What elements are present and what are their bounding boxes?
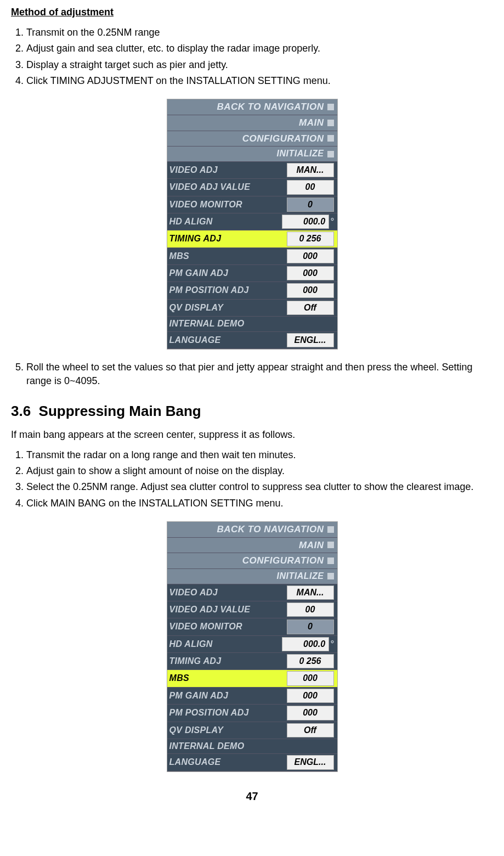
menu-row-value[interactable]: ENGL... xyxy=(287,333,334,347)
list-item: Transmit on the 0.25NM range xyxy=(26,26,493,40)
menu-row-value[interactable]: 000 xyxy=(287,689,334,703)
menu-row-label: HD ALIGN xyxy=(169,638,213,650)
menu-row-value[interactable]: 0 256 xyxy=(287,232,334,246)
menu-row-label: LANGUAGE xyxy=(169,334,221,346)
menu-header-main[interactable]: MAIN xyxy=(167,538,337,554)
menu-row[interactable]: QV DISPLAYOff xyxy=(167,300,337,317)
menu-row[interactable]: VIDEO MONITOR0 xyxy=(167,196,337,213)
menu-row-value[interactable]: 000 xyxy=(287,671,334,685)
menu-row-label: VIDEO MONITOR xyxy=(169,621,242,633)
menu-row-value[interactable]: MAN... xyxy=(287,163,334,177)
menu-row-label: INTERNAL DEMO xyxy=(169,740,334,752)
nav-arrow-icon xyxy=(327,542,334,548)
menu-row[interactable]: VIDEO ADJ VALUE00 xyxy=(167,179,337,196)
nav-arrow-icon xyxy=(327,557,334,564)
degree-symbol: ° xyxy=(330,216,333,228)
nav-arrow-icon xyxy=(327,120,334,126)
menu-row-label: INTERNAL DEMO xyxy=(169,318,334,330)
menu-row[interactable]: MBS000 xyxy=(167,670,337,687)
menu-row-label: MBS xyxy=(169,672,189,684)
menu-header-initialize[interactable]: INITIALIZE xyxy=(167,147,337,161)
ordered-list-1b: Roll the wheel to set the values so that… xyxy=(11,361,493,388)
ordered-list-2: Transmit the radar on a long range and t… xyxy=(11,448,493,510)
menu-row[interactable]: TIMING ADJ0 256 xyxy=(167,653,337,670)
menu-row[interactable]: HD ALIGN000.0° xyxy=(167,636,337,653)
menu-row[interactable]: VIDEO MONITOR0 xyxy=(167,618,337,635)
list-item: Click MAIN BANG on the INSTALLATION SETT… xyxy=(26,497,493,510)
ordered-list-1: Transmit on the 0.25NM range Adjust gain… xyxy=(11,26,493,88)
menu-row[interactable]: VIDEO ADJMAN... xyxy=(167,162,337,179)
menu-row-value: 0 xyxy=(287,620,334,634)
nav-arrow-icon xyxy=(327,135,334,142)
menu-row-value[interactable]: Off xyxy=(287,301,334,315)
nav-arrow-icon xyxy=(327,526,334,533)
degree-symbol: ° xyxy=(330,638,333,650)
list-item: Select the 0.25NM range. Adjust sea clut… xyxy=(26,480,493,494)
page-number: 47 xyxy=(11,789,493,804)
list-item: Adjust gain and sea clutter, etc. to dis… xyxy=(26,42,493,55)
menu-row[interactable]: TIMING ADJ0 256 xyxy=(167,230,337,247)
menu-row-label: PM POSITION ADJ xyxy=(169,284,249,296)
menu-row-value: 0 xyxy=(287,198,334,212)
menu-row[interactable]: PM GAIN ADJ000 xyxy=(167,265,337,282)
menu-row[interactable]: PM GAIN ADJ000 xyxy=(167,688,337,705)
menu-row-value[interactable]: 0 256 xyxy=(287,654,334,668)
list-item: Transmit the radar on a long range and t… xyxy=(26,448,493,462)
menu-row-label: HD ALIGN xyxy=(169,216,213,228)
menu-screenshot-2: BACK TO NAVIGATION MAIN CONFIGURATION IN… xyxy=(167,521,338,772)
nav-arrow-icon xyxy=(327,573,334,579)
menu-row-label: PM GAIN ADJ xyxy=(169,690,229,702)
menu-header-initialize[interactable]: INITIALIZE xyxy=(167,569,337,584)
menu-row-value[interactable]: ENGL... xyxy=(287,755,334,769)
menu-row-label: VIDEO ADJ xyxy=(169,164,218,176)
menu-header-back[interactable]: BACK TO NAVIGATION xyxy=(167,522,337,538)
menu-row-label: VIDEO MONITOR xyxy=(169,199,242,211)
menu-row[interactable]: VIDEO ADJMAN... xyxy=(167,584,337,601)
menu-row-value[interactable]: Off xyxy=(287,723,334,737)
menu-row-value[interactable]: 000 xyxy=(287,249,334,263)
section-intro: If main bang appears at the screen cente… xyxy=(11,428,493,442)
menu-row[interactable]: LANGUAGEENGL... xyxy=(167,754,337,771)
menu-row[interactable]: QV DISPLAYOff xyxy=(167,722,337,739)
section-title: 3.6 Suppressing Main Bang xyxy=(11,401,493,421)
menu-row-label: QV DISPLAY xyxy=(169,302,224,314)
menu-row[interactable]: INTERNAL DEMO xyxy=(167,739,337,754)
menu-header-config[interactable]: CONFIGURATION xyxy=(167,553,337,569)
menu-row[interactable]: LANGUAGEENGL... xyxy=(167,332,337,349)
menu-row-label: MBS xyxy=(169,250,189,262)
section-heading: Method of adjustment xyxy=(11,5,493,19)
menu-row-value[interactable]: MAN... xyxy=(287,585,334,600)
menu-row[interactable]: HD ALIGN000.0° xyxy=(167,213,337,230)
menu-row-value[interactable]: 000.0 xyxy=(282,637,329,651)
menu-row-label: QV DISPLAY xyxy=(169,724,224,736)
menu-row-label: LANGUAGE xyxy=(169,756,221,768)
menu-row[interactable]: PM POSITION ADJ000 xyxy=(167,282,337,299)
list-item: Roll the wheel to set the values so that… xyxy=(26,361,493,388)
list-item: Display a straight target such as pier a… xyxy=(26,58,493,72)
menu-row[interactable]: INTERNAL DEMO xyxy=(167,317,337,331)
menu-row-value[interactable]: 00 xyxy=(287,602,334,617)
menu-row-label: VIDEO ADJ VALUE xyxy=(169,181,251,193)
menu-header-main[interactable]: MAIN xyxy=(167,115,337,131)
menu-row-label: PM GAIN ADJ xyxy=(169,267,229,279)
menu-header-config[interactable]: CONFIGURATION xyxy=(167,131,337,147)
menu-row-value[interactable]: 00 xyxy=(287,180,334,194)
menu-row-label: VIDEO ADJ xyxy=(169,587,218,599)
menu-row-value[interactable]: 000 xyxy=(287,266,334,280)
list-item: Adjust gain to show a slight amount of n… xyxy=(26,464,493,478)
nav-arrow-icon xyxy=(327,151,334,157)
menu-row-label: PM POSITION ADJ xyxy=(169,707,249,719)
menu-row[interactable]: MBS000 xyxy=(167,248,337,265)
menu-row[interactable]: VIDEO ADJ VALUE00 xyxy=(167,601,337,618)
menu-row-value[interactable]: 000 xyxy=(287,283,334,297)
menu-row-label: TIMING ADJ xyxy=(169,655,222,667)
list-item: Click TIMING ADJUSTMENT on the INSTALLAT… xyxy=(26,74,493,88)
menu-row-value[interactable]: 000.0 xyxy=(282,215,329,229)
nav-arrow-icon xyxy=(327,104,334,110)
menu-row-label: TIMING ADJ xyxy=(169,233,222,245)
menu-row-label: VIDEO ADJ VALUE xyxy=(169,604,251,616)
menu-row[interactable]: PM POSITION ADJ000 xyxy=(167,705,337,722)
menu-screenshot-1: BACK TO NAVIGATION MAIN CONFIGURATION IN… xyxy=(167,99,338,350)
menu-header-back[interactable]: BACK TO NAVIGATION xyxy=(167,99,337,115)
menu-row-value[interactable]: 000 xyxy=(287,706,334,720)
